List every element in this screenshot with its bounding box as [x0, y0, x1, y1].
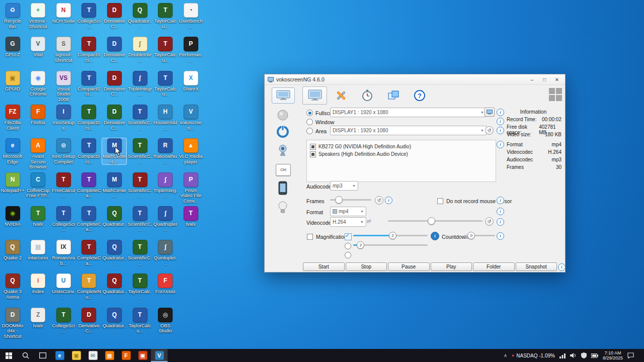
tray-speaker-icon[interactable]	[570, 352, 577, 358]
desktop-icon-taylor-calculator[interactable]: TTaylorCalc...	[128, 274, 152, 300]
desktop-icon-quake-3-arena[interactable]: QQuake 3 Arena	[1, 274, 25, 300]
desktop-icon-vokoscreen[interactable]: Vvokoscreen...	[179, 105, 203, 131]
pause-button[interactable]: Pause	[388, 262, 430, 271]
desktop-icon-coffeecup-free-ftp[interactable]: CCoffeeCup Free FTP...	[26, 172, 50, 199]
desktop-icon-quadrature-calculator[interactable]: QQuadratur...	[102, 206, 126, 232]
sidebar-lightbulb-icon[interactable]	[278, 201, 288, 215]
videocodec-select[interactable]: H.264▼	[330, 217, 366, 227]
desktop-icon-victoria[interactable]: +Victoria -Shortcut	[26, 3, 50, 29]
desktop-icon-quadrature-calculator[interactable]: QQuadratur...	[102, 274, 126, 300]
desktop-icon-double-integral-calc[interactable]: ∫DoubleInte...	[128, 37, 152, 63]
desktop-icon-derivative-calculator[interactable]: DDerivativeC...	[77, 308, 101, 334]
desktop-icon-tvalx-zip[interactable]: Ztvalx	[26, 308, 50, 329]
minimize-button[interactable]: –	[527, 77, 537, 82]
taskbar-app-file-explorer[interactable]: ▣	[68, 349, 85, 362]
tray-expand-icon[interactable]: ∧	[504, 353, 507, 358]
magnification-slider-handle[interactable]: 2	[389, 232, 396, 239]
desktop-icon-index[interactable]: iIndex	[26, 274, 50, 295]
task-view-button[interactable]	[34, 349, 51, 362]
frames-info-icon[interactable]: i	[385, 197, 392, 204]
desktop-icon-vlc-media-player[interactable]: ▲VLC media player	[179, 138, 203, 164]
no-cursor-info-icon[interactable]: i	[497, 197, 504, 204]
notification-center-icon[interactable]	[627, 352, 634, 358]
desktop-icon-compact-scientific-calc[interactable]: TCompactSci...	[77, 71, 101, 97]
stock-ticker[interactable]: ● NASDAQ -1.09%	[512, 353, 555, 358]
format-select[interactable]: mp4▼	[330, 207, 366, 216]
fullscreen-radio[interactable]	[306, 110, 313, 116]
area-info-icon[interactable]: i	[497, 127, 504, 134]
desktop-icon-taylor-calculator[interactable]: TTaylorCalcu...	[128, 308, 152, 334]
desktop-icon-tvalx-green[interactable]: Ttvalx	[26, 206, 50, 227]
desktop-icon-freecalculus[interactable]: TFreeCalcul...	[51, 172, 75, 199]
desktop-icon-recycle-bin[interactable]: ♻Recycle Bin	[1, 3, 25, 29]
close-button[interactable]: ✕	[552, 77, 562, 82]
taskbar-clock[interactable]: 7:10 AM 8/29/2025	[603, 350, 623, 361]
desktop-icon-notepad-plus-plus[interactable]: NNotepad++	[1, 172, 25, 194]
desktop-icon-complete-calculator[interactable]: TCompleteCa...	[77, 206, 101, 232]
desktop-icon-scientific-calculator[interactable]: TScientificC...	[128, 138, 152, 164]
desktop-icon-quadrature-calculator[interactable]: QQuadratur...	[102, 308, 126, 334]
desktop-icon-obs-studio[interactable]: ◎OBS Studio	[153, 308, 178, 334]
desktop-icon-compact-scientific-calc[interactable]: TCompactSci...	[77, 105, 101, 131]
window-info-icon[interactable]: i	[497, 118, 504, 125]
desktop-icon-gpu-z[interactable]: GGPU-Z	[1, 37, 25, 58]
desktop-icon-taylor-calculator[interactable]: TTaylorCalcu...	[153, 71, 178, 97]
desktop-icon-compact-scientific-calc[interactable]: TCompactSci...	[77, 138, 101, 164]
snapshot-button[interactable]: Snapshot	[516, 262, 557, 271]
play-button[interactable]: Play	[431, 262, 472, 271]
countdown-slider-handle[interactable]: 0	[467, 232, 475, 239]
audiocodec-select[interactable]: mp3▼	[330, 181, 358, 191]
audio-device-checkbox[interactable]	[310, 151, 316, 157]
desktop-icon-complete-number-calc[interactable]: TCompleteNu...	[77, 274, 101, 300]
stop-button[interactable]: Stop	[346, 262, 387, 271]
desktop-icon-avast-secure-browser[interactable]: AAvast Secure Browser	[26, 138, 50, 170]
desktop-icon-derivative-calculator[interactable]: DDerivativeC...	[102, 71, 126, 97]
magnification-shape-radio-1[interactable]	[345, 243, 351, 249]
videocodec-quality-slider[interactable]	[388, 217, 482, 225]
window-radio[interactable]	[306, 119, 313, 125]
desktop-icon-userbenchmark[interactable]: ◔UserBench...	[179, 3, 203, 29]
desktop-icon-sharex[interactable]: XShareX	[179, 71, 203, 92]
desktop-icon-roman-arabic[interactable]: IXRomanArab...	[51, 240, 75, 266]
fullscreen-info-icon[interactable]: i	[497, 109, 504, 116]
videocodec-slider-handle[interactable]	[428, 217, 435, 225]
magnification-checkbox[interactable]	[307, 234, 313, 240]
magnification-size-slider-handle[interactable]: 2	[357, 241, 364, 249]
magnification-size-slider[interactable]: 2	[353, 241, 428, 249]
desktop-icon-triple-integral-calc[interactable]: ∫TripleIntegr...	[128, 71, 152, 97]
desktop-icon-gpuid-folder[interactable]: ▣GPUID	[1, 71, 25, 92]
desktop-icon-doom-mod[interactable]: DDOOMMod4x -Shortcut	[1, 308, 25, 339]
desktop-icon-derivative-calculator[interactable]: DDerivativeC...	[102, 105, 126, 131]
sidebar-screen-button[interactable]	[272, 87, 295, 104]
audio-device-checkbox[interactable]	[310, 144, 316, 150]
desktop-icon-quadrature-calculator[interactable]: QQuadratur...	[128, 3, 152, 29]
magnification-slider[interactable]: 2	[353, 232, 428, 239]
sidebar-power-icon[interactable]	[276, 125, 290, 140]
desktop-icon-derivative-calculator[interactable]: DDerivativeC...	[102, 37, 126, 63]
desktop-icon-scientific-calculator[interactable]: TScientificC...	[128, 206, 152, 232]
folder-button[interactable]: Folder	[473, 262, 515, 271]
taskbar-search-button[interactable]	[17, 349, 34, 362]
tab-windows[interactable]	[381, 86, 406, 105]
desktop-icon-performance-monitor[interactable]: PPerforman...	[179, 37, 203, 63]
magnification-shape-radio-2[interactable]	[345, 252, 351, 258]
desktop-icon-intaccess[interactable]: ▤intaccess	[26, 240, 50, 261]
desktop-icon-scientific-calculator[interactable]: TScientificC...	[128, 172, 152, 199]
desktop-icon-household-calculator[interactable]: HHouseHold...	[153, 105, 178, 131]
desktop-icon-innosetups[interactable]: IInnoSetups	[51, 105, 75, 131]
tray-network-icon[interactable]	[559, 353, 566, 358]
desktop-icon-visual-studio-2008[interactable]: VSVisual Studio 2008	[51, 71, 75, 103]
desktop-icon-taylor-calculator[interactable]: TTaylorCalcu...	[153, 3, 178, 29]
taskbar-app-edge[interactable]: e	[51, 349, 68, 362]
buttons-info-icon[interactable]: i	[558, 263, 566, 271]
sidebar-webcam-icon[interactable]	[276, 144, 289, 158]
desktop-icon-compact-scientific-calc[interactable]: TCompactSci...	[77, 37, 101, 63]
area-reset-button[interactable]: ↺	[485, 126, 494, 135]
desktop-icon-forassist[interactable]: FForAssist	[153, 274, 178, 295]
desktop-icon-google-chrome[interactable]: ◉Google Chrome	[26, 71, 50, 97]
desktop-icon-complete-calculator[interactable]: TCompleteCa...	[77, 172, 101, 199]
desktop-icon-quadruple-integral-calc[interactable]: ∫QuadrupleI...	[153, 206, 178, 232]
display-select-area[interactable]: DISPLAY1 : 1920 x 1080▼	[330, 126, 487, 135]
desktop-icon-inno-setup-compiler[interactable]: ⊙Inno Setup Compiler	[51, 138, 75, 164]
tab-screen[interactable]	[302, 86, 327, 105]
